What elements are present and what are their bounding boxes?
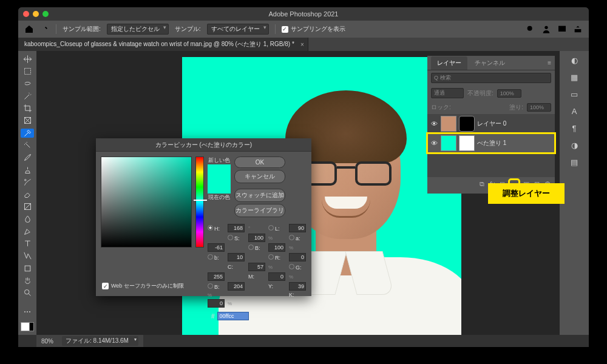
channels-tab[interactable]: チャンネル <box>469 56 511 70</box>
web-safe-checkbox[interactable]: ✓Web セーフカラーのみに制限 <box>102 282 184 290</box>
k-input[interactable] <box>208 299 225 308</box>
visibility-icon[interactable]: 👁 <box>430 140 438 147</box>
color-value-fields: H:° L: S:% a: B:% b: R: C:% G: <box>208 224 307 308</box>
pen-tool[interactable] <box>21 227 34 236</box>
color-picker-dialog: カラーピッカー (べた塗りのカラー) 新しい色 現在の色 <box>96 138 311 296</box>
panel-menu-icon[interactable]: ≡ <box>544 59 555 66</box>
swatches-panel-icon[interactable]: ▦ <box>569 72 580 83</box>
svg-point-1 <box>544 26 548 29</box>
opacity-input[interactable]: 100% <box>497 89 521 98</box>
a-input[interactable] <box>208 243 225 252</box>
home-icon[interactable] <box>24 24 34 34</box>
search-icon[interactable] <box>526 24 535 34</box>
hex-input[interactable] <box>217 312 249 320</box>
marquee-tool[interactable] <box>21 67 34 76</box>
color-swatch[interactable] <box>21 322 34 331</box>
svg-rect-3 <box>24 69 30 75</box>
shape-tool[interactable] <box>21 264 34 273</box>
healing-brush-tool[interactable] <box>21 141 34 150</box>
link-layers-icon[interactable]: ⧉ <box>480 180 484 190</box>
new-color-label: 新しい色 <box>208 157 230 164</box>
options-bar: サンプル範囲: 指定したピクセル サンプル: すべてのレイヤー ✓サンプリングを… <box>18 21 589 38</box>
layer-row[interactable]: 👁 レイヤー 0 <box>427 114 555 133</box>
hue-slider[interactable] <box>195 157 204 248</box>
zoom-tool[interactable] <box>21 288 34 297</box>
blue-input[interactable] <box>228 282 245 291</box>
ok-button[interactable]: OK <box>234 157 285 168</box>
fill-input[interactable]: 100% <box>527 103 551 112</box>
adjustments-panel-icon[interactable]: ◐ <box>569 55 580 66</box>
layers-tab[interactable]: レイヤー <box>431 56 467 70</box>
sample-layers-select[interactable]: すべてのレイヤー <box>207 24 269 35</box>
document-tab-title: kaboompics_Closeup of glasses & vinatage… <box>24 40 294 49</box>
r-input[interactable] <box>289 253 306 261</box>
layer-row[interactable]: 👁 べた塗り 1 <box>427 133 555 153</box>
character-panel-icon[interactable]: A <box>569 106 580 116</box>
color-picker-title: カラーピッカー (べた塗りのカラー) <box>96 138 311 152</box>
saturation-brightness-field[interactable] <box>101 157 192 248</box>
paragraph-panel-icon[interactable]: ¶ <box>569 123 580 133</box>
sample-range-select[interactable]: 指定したピクセル <box>107 24 169 35</box>
crop-tool[interactable] <box>21 104 34 113</box>
app-window: Adobe Photoshop 2021 サンプル範囲: 指定したピクセル サン… <box>18 7 589 347</box>
share-icon[interactable] <box>573 24 583 34</box>
eraser-tool[interactable] <box>21 190 34 199</box>
zoom-level[interactable]: 80% <box>41 338 53 345</box>
layers-panel-icon[interactable]: ▤ <box>569 157 580 167</box>
hand-tool[interactable] <box>21 276 34 285</box>
type-tool[interactable] <box>21 239 34 248</box>
brush-tool[interactable] <box>21 153 34 162</box>
svg-point-8 <box>24 290 29 295</box>
document-tab-bar: kaboompics_Closeup of glasses & vinatage… <box>18 38 589 51</box>
sample-label: サンプル: <box>175 25 201 33</box>
y-input[interactable] <box>289 282 306 291</box>
app-title: Adobe Photoshop 2021 <box>18 10 589 18</box>
move-tool[interactable] <box>21 55 34 64</box>
lasso-tool[interactable] <box>21 79 34 89</box>
svg-rect-2 <box>558 26 566 32</box>
path-tool[interactable] <box>21 251 34 260</box>
show-sampling-checkbox[interactable]: ✓サンプリングを表示 <box>282 25 345 33</box>
gradient-tool[interactable] <box>21 202 34 211</box>
blur-tool[interactable] <box>21 214 34 223</box>
cancel-button[interactable]: キャンセル <box>234 170 285 183</box>
b-input[interactable] <box>268 243 285 252</box>
document-tab[interactable]: kaboompics_Closeup of glasses & vinatage… <box>18 38 308 51</box>
status-bar: 80% ファイル: 8.14M/13.6M <box>36 335 143 347</box>
edit-toolbar-icon[interactable]: ⋯ <box>21 307 34 316</box>
clone-stamp-tool[interactable] <box>21 165 34 174</box>
history-brush-tool[interactable] <box>21 178 34 187</box>
svg-point-5 <box>24 179 26 181</box>
layers-panel: レイヤー チャンネル ≡ Q 検索 通過 不透明度: 100% ロック: 塗り:… <box>427 56 555 194</box>
svg-rect-7 <box>25 266 30 271</box>
c-input[interactable] <box>248 263 265 271</box>
add-swatch-button[interactable]: スウォッチに追加 <box>234 189 285 202</box>
libraries-panel-icon[interactable]: ▭ <box>569 89 580 99</box>
layer-search[interactable]: Q 検索 <box>431 73 551 83</box>
magic-wand-tool[interactable] <box>21 92 34 101</box>
titlebar: Adobe Photoshop 2021 <box>18 7 589 21</box>
svg-point-0 <box>527 26 532 31</box>
frame-tool[interactable] <box>21 116 34 125</box>
current-color-label: 現在の色 <box>208 194 230 201</box>
blend-mode-select[interactable]: 通過 <box>431 88 464 98</box>
s-input[interactable] <box>248 234 265 242</box>
layer-name: べた塗り 1 <box>477 139 506 147</box>
lab-b-input[interactable] <box>228 253 245 261</box>
close-tab-icon[interactable]: × <box>300 41 304 48</box>
layer-name: レイヤー 0 <box>477 120 506 128</box>
sample-range-label: サンプル範囲: <box>63 25 101 33</box>
annotation-callout: 調整レイヤー <box>488 183 565 204</box>
current-color-swatch <box>208 179 231 194</box>
color-libraries-button[interactable]: カラーライブラリ <box>234 204 285 217</box>
visibility-icon[interactable]: 👁 <box>430 120 438 127</box>
glyphs-panel-icon[interactable]: ◑ <box>569 140 580 150</box>
user-icon[interactable] <box>541 24 551 34</box>
g-input[interactable] <box>208 272 225 281</box>
eyedropper-icon[interactable] <box>40 24 50 34</box>
workspace-icon[interactable] <box>557 24 567 34</box>
eyedropper-tool[interactable] <box>21 129 34 138</box>
l-input[interactable] <box>289 224 306 232</box>
h-input[interactable] <box>228 224 245 232</box>
m-input[interactable] <box>268 272 285 281</box>
